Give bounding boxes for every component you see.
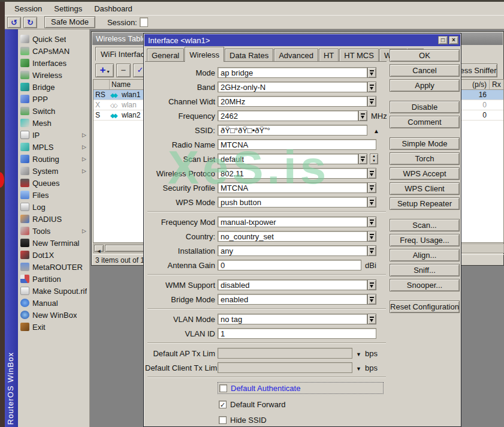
dropdown-icon[interactable] [367, 279, 376, 290]
mode-select[interactable]: ap bridge [218, 67, 367, 78]
security-profile-select[interactable]: MTCNA [218, 182, 367, 193]
sidebar-item-mesh[interactable]: Mesh [18, 117, 89, 129]
dropdown-arrow-icon[interactable] [356, 363, 361, 372]
sidebar-item-interfaces[interactable]: Interfaces [18, 57, 89, 69]
scan-list-select[interactable]: default [218, 154, 358, 164]
sidebar-item-mpls[interactable]: MPLS [18, 141, 89, 153]
frequency-mode-select[interactable]: manual-txpower [218, 216, 367, 227]
add-button[interactable] [95, 64, 114, 77]
sidebar-item-log[interactable]: Log [18, 201, 89, 213]
sidebar-item-ip[interactable]: IP [18, 129, 89, 141]
sidebar-item-ppp[interactable]: PPP [18, 93, 89, 105]
default-authenticate-checkbox[interactable] [219, 384, 227, 392]
menu-settings[interactable]: Settings [48, 3, 88, 14]
close-icon[interactable] [449, 36, 458, 44]
default-ap-tx-input[interactable] [218, 348, 352, 359]
sidebar-item-queues[interactable]: Queues [18, 177, 89, 189]
snooper-button[interactable]: Snooper... [390, 279, 460, 291]
radio-name-input[interactable]: MTCNA [218, 139, 376, 150]
collapse-up-icon[interactable] [373, 126, 379, 135]
wireless-protocol-select[interactable]: 802.11 [218, 168, 367, 179]
safe-mode-button[interactable]: Safe Mode [44, 16, 95, 28]
setup-repeater-button[interactable]: Setup Repeater [390, 197, 460, 210]
undo-icon[interactable] [7, 17, 21, 28]
sidebar-item-wireless[interactable]: Wireless [18, 69, 89, 81]
dropdown-icon[interactable] [367, 294, 376, 305]
installation-select[interactable]: any [218, 245, 367, 256]
dropdown-icon[interactable] [367, 245, 376, 256]
hide-ssid-checkbox[interactable] [219, 416, 227, 424]
remove-button[interactable] [116, 64, 131, 77]
menu-dashboard[interactable]: Dashboard [88, 3, 138, 14]
default-client-tx-input[interactable] [218, 362, 352, 373]
sidebar-item-manual[interactable]: Manual [18, 297, 89, 309]
dropdown-icon[interactable] [367, 67, 376, 78]
sidebar-item-radius[interactable]: RADIUS [18, 213, 89, 225]
simple-mode-button[interactable]: Simple Mode [390, 137, 460, 150]
channel-width-select[interactable]: 20MHz [218, 96, 367, 107]
reset-configuration-button[interactable]: Reset Configuration [390, 300, 460, 313]
dropdown-icon[interactable] [367, 231, 376, 242]
antenna-gain-input[interactable]: 0 [218, 260, 361, 270]
sidebar-item-partition[interactable]: Partition [18, 273, 89, 285]
dropdown-icon[interactable] [367, 96, 376, 107]
redo-icon[interactable] [23, 17, 37, 28]
menu-session[interactable]: Session [8, 3, 48, 14]
dropdown-icon[interactable] [367, 82, 376, 92]
freq-usage-button[interactable]: Freq. Usage... [390, 234, 460, 246]
sidebar-item-new-terminal[interactable]: New Terminal [18, 237, 89, 249]
sidebar-item-files[interactable]: Files [18, 189, 89, 201]
sidebar-item-switch[interactable]: Switch [18, 105, 89, 117]
sidebar-item-dot1x[interactable]: Dot1X [18, 249, 89, 261]
session-input[interactable] [140, 17, 148, 27]
tab-ht-mcs[interactable]: HT MCS [339, 49, 379, 61]
sidebar-item-make-supout[interactable]: Make Supout.rif [18, 285, 89, 297]
torch-button[interactable]: Torch [390, 152, 460, 165]
dropdown-icon[interactable] [358, 154, 367, 164]
name-column-header[interactable]: Name [111, 80, 131, 89]
cancel-button[interactable]: Cancel [390, 64, 460, 77]
sidebar-item-metarouter[interactable]: MetaROUTER [18, 261, 89, 273]
scan-button[interactable]: Scan... [390, 219, 460, 231]
tab-wireless[interactable]: Wireless [185, 47, 224, 62]
sidebar-item-capsman[interactable]: CAPsMAN [18, 45, 89, 57]
wmm-support-select[interactable]: disabled [218, 279, 367, 290]
dropdown-icon[interactable] [367, 182, 376, 193]
apply-button[interactable]: Apply [390, 79, 460, 92]
sidebar-item-quick-set[interactable]: Quick Set [18, 33, 89, 45]
ssid-input[interactable]: ðŸ□°ðŸ□•ðŸ”° [218, 125, 367, 136]
tab-data-rates[interactable]: Data Rates [225, 49, 273, 61]
sniff-button[interactable]: Sniff... [390, 264, 460, 276]
tab-ht[interactable]: HT [319, 49, 339, 61]
scroll-left-icon[interactable] [94, 245, 104, 252]
dropdown-icon[interactable] [367, 168, 376, 179]
align-button[interactable]: Align... [390, 249, 460, 261]
tab-advanced[interactable]: Advanced [274, 49, 318, 61]
vlan-mode-select[interactable]: no tag [218, 314, 367, 324]
dropdown-icon[interactable] [367, 197, 376, 208]
country-select[interactable]: no_country_set [218, 231, 367, 242]
dropdown-arrow-icon[interactable] [356, 349, 361, 358]
disable-button[interactable]: Disable [390, 101, 460, 113]
sidebar-item-system[interactable]: System [18, 165, 89, 177]
vlan-id-input[interactable]: 1 [218, 328, 376, 339]
sidebar-item-routing[interactable]: Routing [18, 153, 89, 165]
sidebar-item-bridge[interactable]: Bridge [18, 81, 89, 93]
dropdown-icon[interactable] [367, 314, 376, 324]
bridge-mode-select[interactable]: enabled [218, 294, 367, 305]
spinner-icon[interactable] [370, 154, 378, 164]
frequency-select[interactable]: 2462 [218, 110, 358, 121]
sidebar-item-exit[interactable]: Exit [18, 321, 89, 333]
dropdown-icon[interactable] [367, 216, 376, 227]
comment-button[interactable]: Comment [390, 116, 460, 128]
wps-accept-button[interactable]: WPS Accept [390, 167, 460, 180]
dropdown-icon[interactable] [358, 110, 367, 121]
maximize-icon[interactable] [438, 36, 448, 44]
band-select[interactable]: 2GHz-only-N [218, 82, 367, 92]
default-forward-checkbox[interactable]: ✓ [219, 401, 227, 408]
wps-mode-select[interactable]: push button [218, 197, 367, 208]
tab-general[interactable]: General [147, 49, 184, 61]
ok-button[interactable]: OK [390, 49, 460, 62]
sidebar-item-tools[interactable]: Tools [18, 225, 89, 237]
sidebar-item-new-winbox[interactable]: New WinBox [18, 309, 89, 321]
